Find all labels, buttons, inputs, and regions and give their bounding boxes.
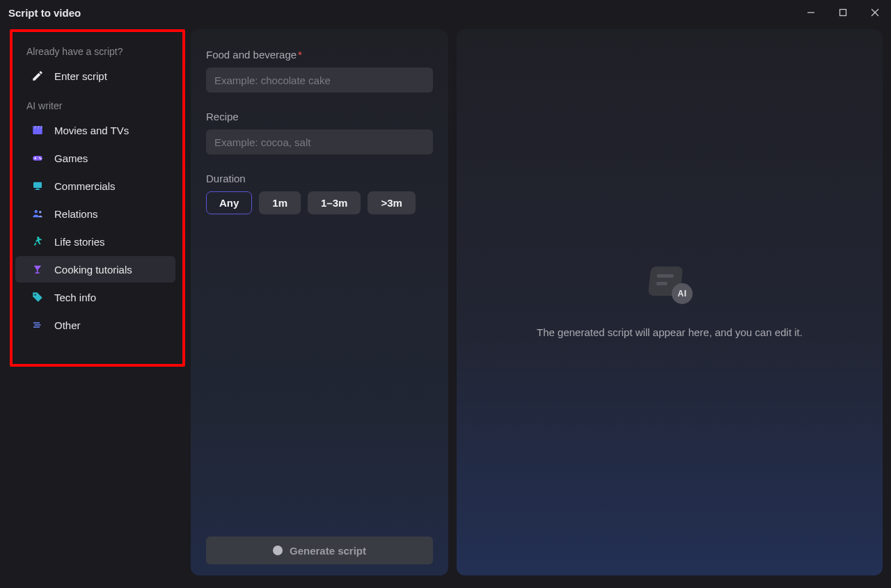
preview-placeholder-text: The generated script will appear here, a… [537,325,803,341]
svg-point-12 [39,157,40,159]
recipe-input[interactable] [206,129,433,154]
sidebar-item-other[interactable]: Other [15,312,175,338]
svg-rect-11 [35,158,36,159]
sidebar-item-label: Movies and TVs [54,125,129,136]
svg-rect-23 [33,326,40,328]
svg-point-18 [39,211,41,213]
sidebar-item-label: Enter script [54,70,107,82]
svg-rect-16 [35,189,40,190]
sidebar-item-life-stories[interactable]: Life stories [15,228,175,255]
sidebar-item-relations[interactable]: Relations [15,200,175,227]
generate-script-button[interactable]: Generate script [206,537,433,564]
duration-option-any[interactable]: Any [206,191,252,214]
sidebar: Already have a script? Enter script AI w… [8,29,182,575]
food-beverage-input[interactable] [206,67,433,93]
people-icon [31,207,45,221]
cocktail-icon [31,262,45,276]
sidebar-item-label: Tech info [54,292,96,303]
svg-rect-15 [36,189,40,190]
spinner-icon [273,546,283,555]
clapperboard-icon [31,123,45,137]
required-mark: * [298,49,302,61]
maximize-button[interactable] [827,0,859,25]
duration-option-1-3m[interactable]: 1–3m [308,191,361,214]
window-controls [795,0,891,25]
svg-rect-21 [33,322,40,324]
duration-options: Any 1m 1–3m >3m [206,191,433,214]
sidebar-item-label: Life stories [54,236,105,248]
lines-icon [31,318,45,332]
svg-rect-22 [35,324,41,326]
food-label: Food and beverage* [206,49,433,61]
sidebar-item-commercials[interactable]: Commercials [15,173,175,199]
close-icon [871,8,879,17]
sidebar-item-enter-script[interactable]: Enter script [15,63,175,89]
monitor-icon [31,179,45,193]
maximize-icon [839,8,847,17]
generate-label: Generate script [290,545,366,557]
recipe-label: Recipe [206,111,433,122]
window-title: Script to video [8,7,81,19]
svg-point-17 [35,210,38,214]
preview-panel: AI The generated script will appear here… [457,29,883,575]
sidebar-section-ai-writer: AI writer [11,90,180,116]
person-walking-icon [31,235,45,248]
field-duration: Duration Any 1m 1–3m >3m [206,173,433,214]
sidebar-item-label: Commercials [54,180,116,192]
title-bar: Script to video [0,0,891,25]
field-food-beverage: Food and beverage* [206,49,433,93]
tag-icon [31,290,45,304]
field-recipe: Recipe [206,111,433,154]
gamepad-icon [31,151,45,165]
minimize-icon [807,8,815,17]
sidebar-item-label: Games [54,152,88,164]
close-button[interactable] [859,0,891,25]
svg-rect-1 [840,10,846,16]
preview-illustration: AI [645,264,694,305]
sidebar-item-label: Cooking tutorials [54,264,132,276]
food-label-text: Food and beverage [206,49,297,61]
sidebar-section-script: Already have a script? [11,36,180,61]
sidebar-item-label: Other [54,319,81,331]
sidebar-item-label: Relations [54,208,98,220]
svg-rect-14 [33,182,42,188]
duration-option-gt3m[interactable]: >3m [368,191,415,214]
workspace: Already have a script? Enter script AI w… [0,25,891,588]
sidebar-item-cooking-tutorials[interactable]: Cooking tutorials [15,256,175,283]
duration-label: Duration [206,173,433,184]
svg-rect-4 [33,128,42,134]
minimize-button[interactable] [795,0,827,25]
sidebar-item-tech-info[interactable]: Tech info [15,284,175,310]
sidebar-item-games[interactable]: Games [15,145,175,171]
ai-badge-icon: AI [672,283,693,304]
svg-point-20 [35,294,36,296]
pencil-icon [31,69,45,83]
svg-point-13 [40,158,42,159]
sidebar-item-movies-tvs[interactable]: Movies and TVs [15,117,175,143]
form-panel: Food and beverage* Recipe Duration Any 1… [191,29,448,575]
duration-option-1m[interactable]: 1m [259,191,301,214]
